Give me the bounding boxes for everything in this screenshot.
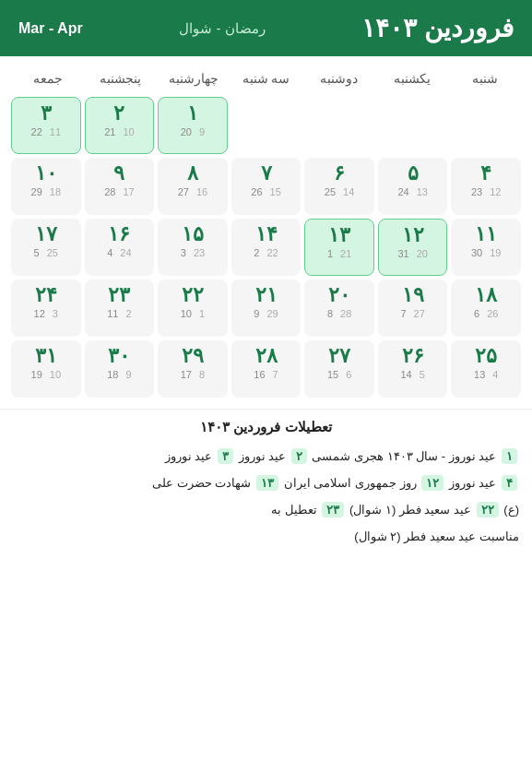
hijri-date: 26 bbox=[487, 308, 498, 319]
hijri-date: 20 bbox=[417, 248, 428, 259]
gregorian-date: 17 bbox=[181, 369, 192, 380]
gregorian-date: 9 bbox=[254, 308, 259, 319]
gregorian-date: 2 bbox=[254, 247, 259, 258]
day-sub-dates: 299 bbox=[254, 308, 278, 319]
holiday-name: عید سعید فطر (۱ شوال) bbox=[346, 503, 474, 517]
holiday-num: ۲۲ bbox=[477, 502, 499, 517]
day-sub-dates: 1627 bbox=[178, 186, 208, 197]
day-cell[interactable]: ۲۹817 bbox=[158, 340, 228, 398]
gregorian-date: 23 bbox=[471, 186, 482, 197]
day-cell[interactable]: ۸1627 bbox=[158, 158, 228, 215]
persian-date: ۷ bbox=[261, 162, 272, 184]
gregorian-date: 3 bbox=[181, 247, 186, 258]
persian-date: ۱ bbox=[187, 102, 198, 125]
holiday-num: ۴ bbox=[502, 475, 517, 491]
hijri-date: 19 bbox=[490, 247, 501, 258]
gregorian-date: 10 bbox=[181, 308, 192, 319]
day-cell[interactable]: ۳۱1019 bbox=[11, 340, 81, 398]
day-cell[interactable]: ۷1526 bbox=[231, 158, 301, 215]
day-cell[interactable]: ۱920 bbox=[158, 97, 228, 154]
day-cell[interactable]: ۲۷615 bbox=[304, 340, 374, 398]
gregorian-date: 31 bbox=[397, 248, 408, 259]
weekday-label: پنجشنبه bbox=[84, 65, 157, 91]
day-sub-dates: 222 bbox=[254, 247, 278, 258]
day-sub-dates: 1829 bbox=[31, 186, 62, 197]
gregorian-date: 29 bbox=[31, 186, 42, 197]
hijri-date: 21 bbox=[340, 248, 351, 259]
day-cell[interactable]: ۳۰918 bbox=[85, 340, 155, 398]
gregorian-date: 24 bbox=[397, 186, 408, 197]
day-cell[interactable]: ۱۷255 bbox=[11, 219, 81, 276]
day-cell[interactable]: ۱۰1829 bbox=[11, 158, 81, 215]
day-cell[interactable]: ۱۶244 bbox=[85, 219, 155, 276]
day-cell[interactable]: ۱۱1930 bbox=[451, 219, 521, 276]
day-cell[interactable]: ۲۲110 bbox=[158, 279, 228, 337]
day-sub-dates: 920 bbox=[181, 126, 205, 137]
weekday-label: شنبه bbox=[448, 65, 521, 91]
day-cell[interactable]: ۲۶514 bbox=[378, 340, 448, 398]
day-cell[interactable]: ۲۸716 bbox=[231, 340, 301, 398]
day-cell[interactable]: ۲۵413 bbox=[451, 340, 521, 398]
day-cell[interactable]: ۱۳211 bbox=[304, 219, 374, 276]
hijri-date: 14 bbox=[343, 186, 354, 197]
day-cell[interactable]: ۴1223 bbox=[451, 158, 521, 215]
day-sub-dates: 1425 bbox=[325, 186, 355, 197]
day-cell[interactable]: ۲1021 bbox=[85, 97, 155, 154]
holiday-name: عید نوروز bbox=[165, 449, 216, 463]
persian-date: ۳۰ bbox=[108, 345, 130, 367]
holiday-name: تعطیل به bbox=[271, 503, 320, 517]
gregorian-date: 7 bbox=[400, 308, 406, 319]
persian-date: ۴ bbox=[480, 162, 491, 184]
persian-date: ۵ bbox=[408, 162, 419, 184]
hijri-date: 6 bbox=[346, 369, 351, 380]
holiday-line: مناسبت عید سعید فطر (۲ شوال) bbox=[13, 527, 519, 547]
day-sub-dates: 1223 bbox=[471, 186, 502, 197]
weekday-label: دوشنبه bbox=[302, 65, 375, 91]
day-sub-dates: 2031 bbox=[397, 248, 428, 259]
gregorian-date: 27 bbox=[178, 186, 189, 197]
day-cell[interactable]: ۱۵233 bbox=[158, 219, 228, 276]
persian-date: ۱۰ bbox=[35, 162, 57, 184]
hijri-date: 25 bbox=[47, 247, 58, 258]
persian-date: ۲۰ bbox=[328, 284, 350, 306]
holiday-num: ۲۳ bbox=[322, 502, 344, 517]
hijri-date: 8 bbox=[199, 369, 205, 380]
gregorian-date: 18 bbox=[107, 369, 118, 380]
day-cell[interactable]: ۱۲2031 bbox=[378, 219, 448, 276]
gregorian-date: 15 bbox=[327, 369, 338, 380]
day-cell[interactable]: ۱۸266 bbox=[451, 279, 521, 337]
day-sub-dates: 244 bbox=[107, 247, 131, 258]
holiday-name: عید نوروز bbox=[235, 449, 290, 463]
gregorian-date: 25 bbox=[325, 186, 336, 197]
hijri-date: 7 bbox=[273, 369, 278, 380]
gregorian-date: 8 bbox=[327, 308, 333, 319]
day-sub-dates: 288 bbox=[327, 308, 351, 319]
hijri-date: 18 bbox=[50, 186, 61, 197]
gregorian-date: 12 bbox=[34, 308, 45, 319]
day-sub-dates: 1526 bbox=[251, 186, 281, 197]
day-cell[interactable]: ۱۹277 bbox=[378, 279, 448, 337]
persian-date: ۱۹ bbox=[402, 284, 424, 306]
gregorian-date: 16 bbox=[254, 369, 265, 380]
holiday-name: شهادت حضرت علی bbox=[152, 476, 254, 490]
empty-cell bbox=[451, 97, 521, 154]
persian-date: ۹ bbox=[113, 162, 124, 184]
day-cell[interactable]: ۲۰288 bbox=[304, 279, 374, 337]
day-cell[interactable]: ۲۱299 bbox=[231, 279, 301, 337]
day-sub-dates: 1324 bbox=[397, 186, 428, 197]
day-cell[interactable]: ۲۴312 bbox=[11, 279, 81, 337]
day-cell[interactable]: ۳1122 bbox=[11, 97, 81, 154]
hijri-date: 2 bbox=[125, 308, 131, 319]
hijri-date: 10 bbox=[50, 369, 61, 380]
header: فروردین ۱۴۰۳ رمضان - شوال Mar - Apr bbox=[0, 0, 532, 56]
day-cell[interactable]: ۲۳211 bbox=[85, 279, 155, 337]
day-cell[interactable]: ۶1425 bbox=[304, 158, 374, 215]
persian-date: ۸ bbox=[187, 162, 198, 184]
day-sub-dates: 514 bbox=[400, 369, 424, 380]
hijri-date: 16 bbox=[196, 186, 207, 197]
day-cell[interactable]: ۹1728 bbox=[85, 158, 155, 215]
day-cell[interactable]: ۱۴222 bbox=[231, 219, 301, 276]
hijri-date: 15 bbox=[270, 186, 281, 197]
day-cell[interactable]: ۵1324 bbox=[378, 158, 448, 215]
hijri-date: 29 bbox=[266, 308, 278, 319]
